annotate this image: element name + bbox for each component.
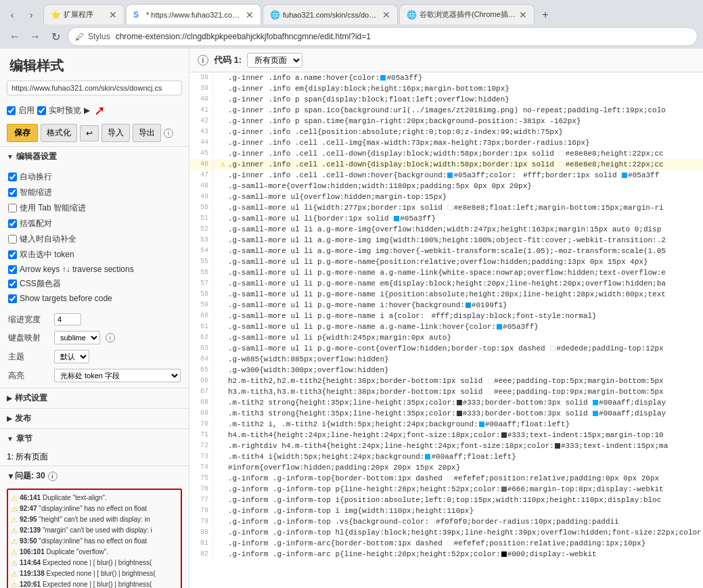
- code-line[interactable]: 74#inform{overflow:hidden;padding:20px 2…: [189, 462, 703, 473]
- line-code[interactable]: h3.m-tith3,h3.m-tith3{height:38px;border…: [228, 386, 703, 397]
- line-code[interactable]: .g-inner .info .cell .cell-down{display:…: [228, 148, 703, 159]
- format-button[interactable]: 格式化: [41, 124, 77, 142]
- code-line[interactable]: 44.g-inner .info .cell .cell-img{max-wid…: [189, 137, 703, 148]
- address-input-wrap[interactable]: 🖊 Stylus chrome-extension://clngdbkpkpee…: [68, 27, 698, 46]
- line-code[interactable]: .g-inner .info .cell{position:absolute;r…: [228, 127, 703, 137]
- code-line[interactable]: 63.g-samll-more ul li p.g-more-cont{over…: [189, 343, 703, 354]
- line-code[interactable]: .m-rightdiv h4.m-tith4{height:24px;line-…: [228, 440, 703, 451]
- code-line[interactable]: 46⚠.g-inner .info .cell .cell-down{displ…: [189, 159, 703, 170]
- checkbox-括弧配对[interactable]: [8, 219, 17, 228]
- code-line[interactable]: 67h3.m-tith3,h3.m-tith3{height:38px;bord…: [189, 386, 703, 397]
- line-code[interactable]: .g-inner .info .cell .cell-down:hover{ba…: [228, 170, 703, 181]
- line-code[interactable]: .g-inner .info .cell .cell-down{display:…: [228, 159, 703, 170]
- code-line[interactable]: 54.g-samll-more ul li a.g-more-img img:h…: [189, 246, 703, 256]
- line-code[interactable]: .g-samll-more ul li{border:1px solid #05…: [228, 213, 703, 224]
- code-line[interactable]: 69.m-tith3 strong{height:35px;line-heigh…: [189, 408, 703, 419]
- line-code[interactable]: .g-samll-more ul li p.g-more-name i{posi…: [228, 289, 703, 300]
- code-line[interactable]: 81.g-inform .g-inform-arc{border-bottom:…: [189, 538, 703, 549]
- line-code[interactable]: .g-samll-more{overflow:hidden;width:1180…: [228, 181, 703, 191]
- line-code[interactable]: .g-samll-more ul li p.g-more-cont{overfl…: [228, 343, 703, 354]
- tab-1[interactable]: ⭐ 扩展程序 ✕: [43, 4, 124, 24]
- line-code[interactable]: .m-tith2 i, .m-tith2 i{width:5px;height:…: [228, 419, 703, 430]
- publish-header[interactable]: ▶ 发布: [0, 408, 189, 428]
- code-line[interactable]: 41.g-inner .info p span.ico{background:u…: [189, 105, 703, 116]
- code-line[interactable]: 78.g-inform .g-inform-top i img{width:11…: [189, 505, 703, 516]
- code-line[interactable]: 47.g-inner .info .cell .cell-down:hover{…: [189, 170, 703, 181]
- code-line[interactable]: 51.g-samll-more ul li{border:1px solid #…: [189, 213, 703, 224]
- code-line[interactable]: 42.g-inner .info p span.time{margin-righ…: [189, 116, 703, 127]
- line-code[interactable]: .g-inner .info p span.time{margin-right:…: [228, 116, 703, 127]
- line-code[interactable]: .m-tith2 strong{height:35px;line-height:…: [228, 397, 703, 408]
- line-code[interactable]: .g-samll-more ul li p.g-more-name a.g-na…: [228, 321, 703, 332]
- code-line[interactable]: 80.g-inform .g-inform-top hl{display:blo…: [189, 527, 703, 538]
- line-code[interactable]: .g-inner .info p span{display:block;floa…: [228, 94, 703, 105]
- checkbox-双击选中 tok[interactable]: [8, 250, 17, 259]
- code-line[interactable]: 56.g-samll-more ul li p.g-more-name a.g-…: [189, 267, 703, 278]
- keymap-select[interactable]: sublime: [54, 331, 100, 344]
- checkbox-Arrow ke[interactable]: [8, 265, 17, 274]
- code-line[interactable]: 65.g-w300{width:300px;overflow:hidden}: [189, 365, 703, 376]
- code-line[interactable]: 55.g-samll-more ul li p.g-more-name{posi…: [189, 256, 703, 267]
- forward-button[interactable]: →: [26, 27, 45, 46]
- checkbox-自动换行[interactable]: [8, 173, 17, 181]
- line-code[interactable]: .g-inform .g-inform-arc{border-bottom:1p…: [228, 538, 703, 549]
- line-code[interactable]: .g-inform .g-inform-top .vs{background-c…: [228, 516, 703, 527]
- tab-4-close[interactable]: ✕: [519, 10, 527, 20]
- code-line[interactable]: 49.g-samll-more ul{overflow:hidden;margi…: [189, 191, 703, 202]
- tab-2[interactable]: S * https://www.fuhao321.com... ✕: [126, 4, 261, 24]
- problems-header[interactable]: ▼ 问题: 30 i: [0, 466, 189, 486]
- line-code[interactable]: .g-inform .g-inform-top p{line-height:26…: [228, 484, 703, 495]
- undo-button[interactable]: ↩: [80, 125, 99, 141]
- code-line[interactable]: 40.g-inner .info p span{display:block;fl…: [189, 94, 703, 105]
- code-line[interactable]: 48.g-samll-more{overflow:hidden;width:11…: [189, 181, 703, 191]
- line-code[interactable]: .g-samll-more ul li p.g-more-name i:hove…: [228, 300, 703, 311]
- code-line[interactable]: 53.g-samll-more ul li a.g-more-img img{w…: [189, 235, 703, 246]
- back-button[interactable]: ←: [5, 27, 24, 46]
- style-settings-header[interactable]: ▶ 样式设置: [0, 388, 189, 408]
- line-code[interactable]: .g-samll-more ul li a.g-more-img img{wid…: [228, 235, 703, 246]
- code-line[interactable]: 39.g-inner .info em{display:block;height…: [189, 83, 703, 94]
- toolbar-info-icon[interactable]: i: [164, 129, 173, 138]
- export-button[interactable]: 导出: [133, 124, 161, 142]
- code-line[interactable]: 45.g-inner .info .cell .cell-down{displa…: [189, 148, 703, 159]
- code-line[interactable]: 66h2.m-tith2,h2.m-tith2{height:38px;bord…: [189, 376, 703, 386]
- refresh-button[interactable]: ↻: [46, 27, 65, 46]
- line-code[interactable]: h4.m-tith4{height:24px;line-height:24px;…: [228, 430, 703, 440]
- code-line[interactable]: 61.g-samll-more ul li p.g-more-name a.g-…: [189, 321, 703, 332]
- code-line[interactable]: 64.g-w885{width:885px;overflow:hidden}: [189, 354, 703, 365]
- line-code[interactable]: .g-inner .info p span.ico{background:url…: [228, 105, 703, 116]
- indent-input[interactable]: [54, 313, 81, 325]
- checkbox-CSS颜色器[interactable]: [8, 279, 17, 288]
- checkbox-使用 Tab 智[interactable]: [8, 204, 17, 212]
- line-code[interactable]: h2.m-tith2,h2.m-tith2{height:38px;border…: [228, 376, 703, 386]
- next-tab-button[interactable]: ›: [22, 5, 41, 24]
- line-code[interactable]: .g-samll-more ul li a.g-more-img img:hov…: [228, 246, 703, 256]
- code-line[interactable]: 50.g-samll-more ul li{width:277px;border…: [189, 202, 703, 213]
- code-line[interactable]: 59.g-samll-more ul li p.g-more-name i:ho…: [189, 300, 703, 311]
- line-code[interactable]: .g-samll-more ul li a.g-more-img{overflo…: [228, 224, 703, 235]
- line-code[interactable]: .g-samll-more ul li p.g-more-name i a{co…: [228, 311, 703, 321]
- code-line[interactable]: 68.m-tith2 strong{height:35px;line-heigh…: [189, 397, 703, 408]
- problems-info-icon[interactable]: i: [48, 472, 58, 481]
- checkbox-智能缩进[interactable]: [8, 188, 17, 197]
- line-code[interactable]: .g-inner .info a.name:hover{color:#05a3f…: [228, 72, 703, 83]
- tab-4[interactable]: 🌐 谷歌浏览器插件(Chrome插件) ✕: [399, 4, 535, 24]
- line-code[interactable]: .g-samll-more ul li{width:277px;border:1…: [228, 202, 703, 213]
- code-line[interactable]: 62.g-samll-more ul li p{width:245px;marg…: [189, 332, 703, 343]
- style-url-input[interactable]: [7, 81, 182, 95]
- code-line[interactable]: 43.g-inner .info .cell{position:absolute…: [189, 127, 703, 137]
- line-code[interactable]: .g-samll-more ul li p.g-more-name a.g-na…: [228, 267, 703, 278]
- tab-3[interactable]: 🌐 fuhao321.com/skin/css/dow... ✕: [263, 4, 398, 24]
- code-line[interactable]: 60.g-samll-more ul li p.g-more-name i a{…: [189, 311, 703, 321]
- code-line[interactable]: 58.g-samll-more ul li p.g-more-name i{po…: [189, 289, 703, 300]
- code-line[interactable]: 79.g-inform .g-inform-top .vs{background…: [189, 516, 703, 527]
- line-code[interactable]: .g-w300{width:300px;overflow:hidden}: [228, 365, 703, 376]
- line-code[interactable]: .g-samll-more ul li p{width:245px;margin…: [228, 332, 703, 343]
- line-code[interactable]: .m-tith4 i{width:5px;height:24px;backgro…: [228, 451, 703, 462]
- new-tab-button[interactable]: +: [536, 5, 555, 24]
- line-code[interactable]: #inform{overflow:hidden;padding:20px 20p…: [228, 462, 703, 473]
- line-code[interactable]: .g-samll-more ul li p.g-more-name em{dis…: [228, 278, 703, 289]
- tab-2-close[interactable]: ✕: [246, 10, 254, 20]
- tab-1-close[interactable]: ✕: [109, 10, 117, 20]
- tab-3-close[interactable]: ✕: [382, 10, 390, 20]
